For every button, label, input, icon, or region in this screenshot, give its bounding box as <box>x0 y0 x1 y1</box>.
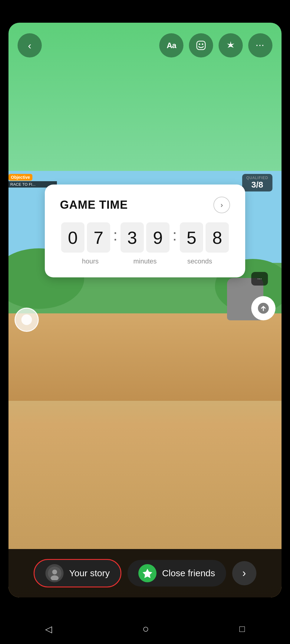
game-time-widget: GAME TIME › 0 7 : 3 9 : 5 8 hours minute… <box>45 185 245 277</box>
text-tool-button[interactable]: Aa <box>159 33 183 57</box>
chat-bubble: ··· <box>251 272 268 286</box>
colon1: : <box>113 226 117 244</box>
game-area: ··· Objective RACE TO FI... QUALIFIED 3/… <box>8 171 282 401</box>
more-button[interactable]: ··· <box>248 33 272 57</box>
widget-arrow-button[interactable]: › <box>213 197 230 213</box>
minutes-digit1: 3 <box>120 222 144 253</box>
story-avatar <box>45 564 64 582</box>
svg-point-2 <box>202 44 203 45</box>
minutes-label: minutes <box>118 257 173 265</box>
svg-point-5 <box>52 570 57 574</box>
main-container: ‹ Aa ··· <box>8 23 282 597</box>
upload-button[interactable] <box>251 296 275 320</box>
more-options-button[interactable]: › <box>232 561 256 585</box>
hours-digit2: 7 <box>87 222 110 253</box>
sand-ground <box>8 309 282 401</box>
time-display: 0 7 : 3 9 : 5 8 <box>60 222 230 253</box>
your-story-label: Your story <box>69 568 110 578</box>
close-friends-label: Close friends <box>162 568 215 578</box>
system-recents-button[interactable]: □ <box>239 624 245 634</box>
close-friends-button[interactable]: Close friends <box>127 560 226 587</box>
game-time-title: GAME TIME <box>60 198 128 211</box>
minutes-digit2: 9 <box>146 222 170 253</box>
seconds-digit2: 8 <box>206 222 229 253</box>
hours-label: hours <box>63 257 118 265</box>
widget-header: GAME TIME › <box>60 197 230 213</box>
hours-digit1: 0 <box>61 222 84 253</box>
objective-badge: Objective <box>8 174 32 181</box>
system-home-button[interactable]: ○ <box>143 623 149 635</box>
your-story-button[interactable]: Your story <box>34 559 121 587</box>
svg-marker-7 <box>143 569 152 578</box>
sticker-button[interactable] <box>189 33 213 57</box>
bottom-bar: Your story Close friends › <box>8 549 282 597</box>
system-back-button[interactable]: ◁ <box>45 624 52 634</box>
back-button[interactable]: ‹ <box>18 33 42 57</box>
seconds-digit1: 5 <box>180 222 203 253</box>
svg-rect-0 <box>197 41 205 50</box>
qualified-label: QUALIFIED <box>246 176 268 180</box>
toolbar: ‹ Aa ··· <box>8 23 282 59</box>
chevron-icon: › <box>242 567 246 580</box>
qualified-score: 3/8 <box>246 180 268 190</box>
hud-qualified: QUALIFIED 3/8 <box>242 174 272 191</box>
friends-icon <box>138 564 157 582</box>
joystick[interactable] <box>15 308 39 332</box>
system-nav: ◁ ○ □ <box>0 614 290 644</box>
effects-button[interactable] <box>219 33 243 57</box>
time-labels: hours minutes seconds <box>60 257 230 265</box>
svg-point-1 <box>199 44 200 45</box>
colon2: : <box>173 226 177 244</box>
seconds-label: seconds <box>172 257 227 265</box>
